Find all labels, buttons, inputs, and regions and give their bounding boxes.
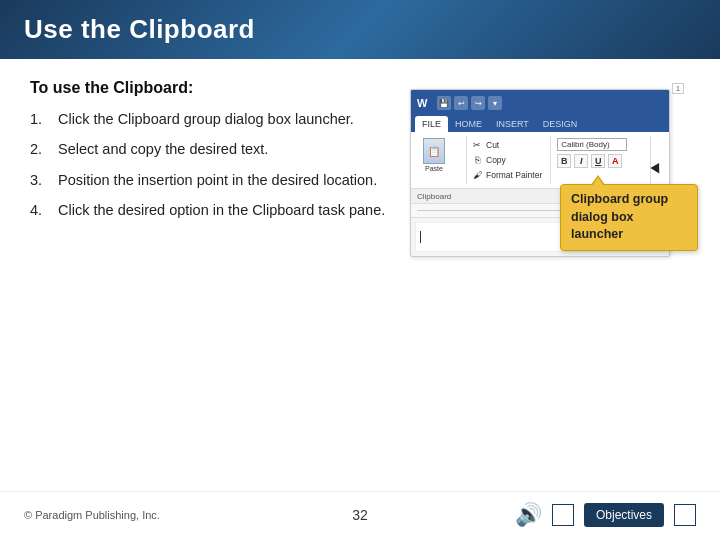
slide-header: Use the Clipboard [0, 0, 720, 59]
callout-text: Clipboard group dialog box launcher [571, 192, 668, 241]
paste-group-content: 📋 Paste [419, 136, 449, 174]
step-4-num: 4. [30, 200, 50, 220]
undo-tb-btn[interactable]: ↩ [454, 96, 468, 110]
ribbon-tab-file[interactable]: FILE [415, 116, 448, 132]
cut-label: Cut [486, 140, 499, 150]
speaker-icon[interactable]: 🔊 [515, 502, 542, 528]
step-1-num: 1. [30, 109, 50, 129]
slide-title: Use the Clipboard [24, 14, 255, 45]
step-3: 3. Position the insertion point in the d… [30, 170, 390, 190]
paste-label: Paste [425, 165, 443, 172]
intro-text: To use the Clipboard: [30, 79, 390, 97]
paste-icon: 📋 [423, 138, 445, 164]
text-cursor [420, 231, 421, 243]
copy-label: Copy [486, 155, 506, 165]
step-4-text: Click the desired option in the Clipboar… [58, 200, 385, 220]
steps-column: To use the Clipboard: 1. Click the Clipb… [30, 79, 390, 481]
color-button[interactable]: A [608, 154, 622, 168]
scissors-icon: ✂ [471, 139, 483, 151]
steps-list: 1. Click the Clipboard group dialog box … [30, 109, 390, 220]
next-nav-button[interactable] [674, 504, 696, 526]
copyright-text: © Paradigm Publishing, Inc. [24, 509, 160, 521]
step-1: 1. Click the Clipboard group dialog box … [30, 109, 390, 129]
ribbon-tab-home[interactable]: HOME [448, 116, 489, 132]
objectives-label: Objectives [596, 508, 652, 522]
paste-button[interactable]: 📋 Paste [419, 136, 449, 174]
paste-group: 📋 Paste [417, 136, 467, 184]
step-3-num: 3. [30, 170, 50, 190]
more-tb-btn[interactable]: ▾ [488, 96, 502, 110]
underline-button[interactable]: U [591, 154, 605, 168]
page-number: 32 [352, 507, 368, 523]
font-name-select[interactable]: Calibri (Body) [557, 138, 627, 151]
cmd-list: ✂ Cut ⎘ Copy 🖌 Format Painter [469, 136, 544, 184]
step-3-text: Position the insertion point in the desi… [58, 170, 377, 190]
ribbon-body: 📋 Paste ✂ Cut ⎘ Copy [411, 132, 669, 189]
save-tb-btn[interactable]: 💾 [437, 96, 451, 110]
step-2-num: 2. [30, 139, 50, 159]
copy-cmd[interactable]: ⎘ Copy [469, 153, 544, 167]
slide-footer: © Paradigm Publishing, Inc. 32 🔊 Objecti… [0, 491, 720, 537]
cut-cmd[interactable]: ✂ Cut [469, 138, 544, 152]
slide-main: To use the Clipboard: 1. Click the Clipb… [0, 59, 720, 491]
step-2: 2. Select and copy the desired text. [30, 139, 390, 159]
bold-button[interactable]: B [557, 154, 571, 168]
titlebar-buttons: 💾 ↩ ↪ ▾ [437, 96, 502, 110]
prev-nav-button[interactable] [552, 504, 574, 526]
font-row-2: B I U A [557, 154, 644, 168]
format-painter-icon: 🖌 [471, 169, 483, 181]
ribbon-screenshot-area: W 💾 ↩ ↪ ▾ FILE HOME INSERT DESIGN [410, 79, 690, 481]
format-painter-label: Format Painter [486, 170, 542, 180]
step-1-text: Click the Clipboard group dialog box lau… [58, 109, 354, 129]
clipboard-group: ✂ Cut ⎘ Copy 🖌 Format Painter [467, 136, 551, 184]
ribbon-titlebar: W 💾 ↩ ↪ ▾ [411, 90, 669, 116]
redo-tb-btn[interactable]: ↪ [471, 96, 485, 110]
ribbon-tab-insert[interactable]: INSERT [489, 116, 536, 132]
copy-icon: ⎘ [471, 154, 483, 166]
italic-button[interactable]: I [574, 154, 588, 168]
word-logo: W [417, 97, 427, 109]
font-row-1: Calibri (Body) [557, 138, 644, 151]
footer-right: 🔊 Objectives [515, 502, 696, 528]
format-painter-cmd[interactable]: 🖌 Format Painter [469, 168, 544, 182]
objectives-button[interactable]: Objectives [584, 503, 664, 527]
ribbon-tab-design[interactable]: DESIGN [536, 116, 585, 132]
step-2-text: Select and copy the desired text. [58, 139, 268, 159]
ribbon-tab-bar: FILE HOME INSERT DESIGN [411, 116, 669, 132]
callout-box: Clipboard group dialog box launcher [560, 184, 698, 251]
step-4: 4. Click the desired option in the Clipb… [30, 200, 390, 220]
